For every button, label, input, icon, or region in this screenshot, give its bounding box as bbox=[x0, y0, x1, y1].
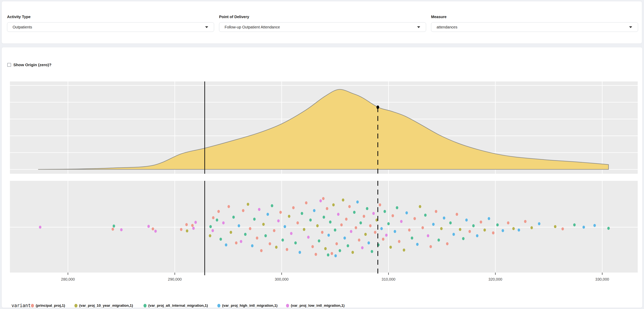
jitter-point bbox=[225, 244, 227, 246]
jitter-point bbox=[435, 210, 437, 213]
jitter-point bbox=[390, 246, 392, 249]
jitter-point bbox=[371, 250, 373, 253]
jitter-point bbox=[318, 240, 320, 242]
x-axis-tick-label: 290,000 bbox=[168, 277, 182, 282]
jitter-point bbox=[194, 221, 197, 224]
jitter-point bbox=[387, 222, 390, 225]
legend-swatch-icon bbox=[31, 304, 34, 308]
jitter-point bbox=[240, 240, 242, 243]
jitter-point bbox=[235, 242, 238, 244]
jitter-point bbox=[328, 234, 330, 237]
x-axis: 280,000290,000300,000310,000320,000330,0… bbox=[10, 277, 638, 282]
jitter-point bbox=[480, 220, 482, 224]
show-origin-label: Show Origin (zero)? bbox=[13, 62, 52, 67]
jitter-point bbox=[154, 230, 157, 233]
legend-item: (var_proj_high_intl_migration,1) bbox=[217, 303, 278, 308]
jitter-point bbox=[594, 224, 596, 227]
activity-type-select[interactable]: Outpatients bbox=[7, 22, 214, 32]
jitter-point bbox=[294, 242, 297, 244]
jitter-point bbox=[337, 213, 340, 216]
jitter-point bbox=[562, 227, 564, 230]
jitter-point bbox=[385, 234, 388, 237]
jitter-point bbox=[269, 242, 271, 245]
jitter-point bbox=[573, 223, 576, 226]
jitter-point bbox=[301, 212, 303, 215]
jitter-point bbox=[476, 234, 478, 237]
jitter-point bbox=[112, 224, 115, 228]
jitter-point bbox=[331, 252, 333, 255]
chevron-down-icon bbox=[205, 26, 208, 28]
jitter-point bbox=[247, 203, 249, 206]
jitter-point bbox=[299, 251, 301, 254]
activity-type-label: Activity Type bbox=[7, 15, 214, 19]
jitter-point bbox=[258, 208, 260, 211]
jitter-point bbox=[212, 216, 214, 219]
jitter-point bbox=[238, 224, 240, 227]
legend-swatch-icon bbox=[217, 304, 220, 308]
legend-item-label: (var_proj_high_intl_migration,1) bbox=[222, 304, 278, 308]
jitter-point bbox=[329, 220, 332, 224]
jitter-point bbox=[342, 198, 344, 202]
jitter-point bbox=[312, 245, 314, 248]
jitter-point bbox=[217, 210, 220, 213]
legend-item: (var_proj_alt_internal_migration,1) bbox=[144, 303, 208, 308]
density-chart bbox=[10, 82, 638, 174]
jitter-point bbox=[462, 237, 465, 240]
jitter-point bbox=[309, 218, 312, 222]
jitter-point bbox=[438, 238, 440, 242]
legend-swatch-icon bbox=[144, 304, 146, 308]
jitter-point bbox=[180, 228, 182, 231]
activity-type-value: Outpatients bbox=[12, 25, 205, 29]
jitter-point bbox=[427, 234, 429, 237]
jitter-point bbox=[222, 222, 224, 224]
jitter-point bbox=[538, 222, 540, 225]
jitter-point bbox=[191, 224, 194, 227]
jitter-point bbox=[292, 206, 294, 209]
jitter-point bbox=[313, 209, 316, 212]
jitter-point bbox=[282, 238, 284, 242]
jitter-point bbox=[414, 217, 416, 220]
jitter-point bbox=[39, 226, 42, 229]
jitter-point bbox=[216, 218, 218, 222]
jitter-point bbox=[209, 225, 212, 228]
show-origin-control: Show Origin (zero)? bbox=[7, 62, 52, 67]
jitter-point bbox=[192, 227, 195, 230]
jitter-point bbox=[112, 228, 114, 231]
legend-title: variant bbox=[12, 303, 31, 308]
chevron-down-icon bbox=[629, 26, 632, 28]
jitter-point bbox=[374, 231, 376, 234]
jitter-point bbox=[507, 222, 510, 224]
filter-measure: Measure attendances bbox=[431, 15, 638, 44]
jitter-point bbox=[361, 246, 364, 249]
jitter-point bbox=[456, 213, 458, 216]
jitter-point bbox=[419, 205, 421, 208]
jitter-point bbox=[452, 233, 455, 236]
jitter-point bbox=[296, 222, 299, 224]
filter-activity-type: Activity Type Outpatients bbox=[7, 15, 214, 44]
jitter-point bbox=[492, 231, 494, 234]
jitter-point bbox=[186, 230, 188, 232]
point-of-delivery-label: Point of Delivery bbox=[219, 15, 426, 19]
jitter-point bbox=[449, 222, 452, 224]
jitter-panel-bg bbox=[10, 181, 638, 272]
jitter-point bbox=[502, 229, 504, 232]
jitter-point bbox=[264, 234, 267, 237]
legend-item-label: (var_proj_low_intl_migration,1) bbox=[291, 304, 344, 308]
jitter-point bbox=[185, 223, 188, 226]
jitter-point bbox=[356, 200, 359, 204]
jitter-point bbox=[339, 249, 341, 252]
jitter-point bbox=[360, 222, 362, 224]
jitter-point bbox=[379, 203, 381, 206]
plot-card: Show Origin (zero)? 280,000290,000300,00… bbox=[2, 47, 642, 308]
jitter-point bbox=[315, 253, 317, 256]
jitter-point bbox=[411, 236, 413, 240]
density-panel bbox=[10, 82, 638, 174]
show-origin-checkbox[interactable] bbox=[7, 63, 11, 67]
point-of-delivery-select[interactable]: Follow-up Outpatient Attendance bbox=[219, 22, 426, 32]
jitter-point bbox=[220, 238, 222, 241]
jitter-point bbox=[384, 210, 386, 213]
jitter-point bbox=[352, 251, 354, 254]
jitter-point bbox=[249, 227, 251, 230]
measure-select[interactable]: attendances bbox=[431, 22, 638, 32]
jitter-point bbox=[512, 227, 515, 230]
